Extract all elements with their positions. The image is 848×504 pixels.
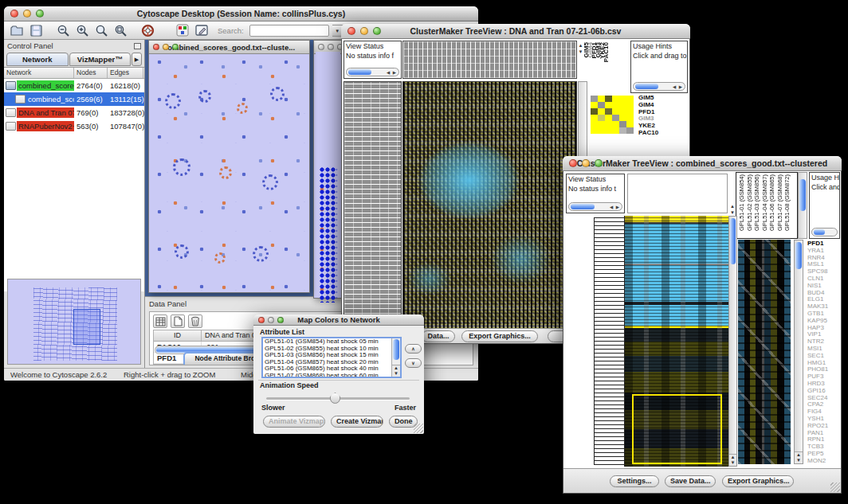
animate-vizmap-button[interactable]: Animate Vizmap bbox=[263, 416, 325, 428]
vscrollbar-thumb[interactable] bbox=[730, 218, 736, 264]
scrollbar-arrows[interactable]: ▲▼ bbox=[392, 365, 400, 377]
close-button[interactable] bbox=[347, 27, 355, 35]
scrollbar-thumb[interactable] bbox=[635, 84, 658, 89]
close-button[interactable] bbox=[153, 44, 159, 50]
treeview2-titlebar[interactable]: ClusterMaker TreeView : combined_scores_… bbox=[563, 156, 842, 171]
column-dendrogram[interactable] bbox=[402, 41, 577, 79]
open-folder-icon[interactable] bbox=[9, 23, 25, 38]
gene-name[interactable]: PAC10 bbox=[638, 130, 658, 137]
column-label[interactable]: PAC10 bbox=[604, 42, 608, 62]
minimize-button[interactable] bbox=[23, 10, 31, 18]
search-input[interactable] bbox=[249, 25, 329, 37]
network-list-row[interactable]: combined_sco 2569(6) 13112(15) bbox=[4, 92, 144, 106]
settings-button[interactable]: Settings... bbox=[610, 475, 659, 487]
close-button[interactable] bbox=[10, 10, 18, 18]
column-label[interactable]: GPL51-02 (GSM855) bbox=[746, 174, 754, 231]
close-button[interactable] bbox=[258, 317, 265, 323]
heatmap-selection-box[interactable] bbox=[632, 394, 722, 464]
col-header-id[interactable]: ID bbox=[154, 330, 202, 341]
label-pane-arrows[interactable]: ▲▼ bbox=[729, 203, 736, 216]
zoom-out-icon[interactable] bbox=[55, 23, 71, 38]
zoom-window-button[interactable] bbox=[595, 159, 603, 167]
minimize-button[interactable] bbox=[360, 27, 368, 35]
view-status-scrollbar[interactable]: ◀ ▶ bbox=[568, 202, 622, 211]
usage-hints-scrollbar[interactable] bbox=[811, 228, 838, 236]
resize-grip[interactable] bbox=[414, 424, 423, 433]
move-down-button[interactable]: ∨ bbox=[405, 358, 422, 368]
resize-grip[interactable] bbox=[830, 483, 840, 492]
attribute-list-item[interactable]: GPL51-07 (GSM868) heat shock 60 min bbox=[263, 373, 400, 378]
column-label[interactable]: GPL51-04 (GSM857) bbox=[761, 174, 769, 231]
view-status-scrollbar[interactable]: ◀ ▶ bbox=[346, 68, 399, 76]
minimize-button[interactable] bbox=[163, 44, 169, 50]
col-header-edges[interactable]: Edges bbox=[108, 68, 143, 78]
attribute-list[interactable]: GPL51-01 (GSM854) heat shock 05 minGPL51… bbox=[261, 337, 402, 378]
heatmap-vscrollbar[interactable]: ▲▼ bbox=[728, 216, 737, 467]
minimize-button[interactable] bbox=[268, 317, 274, 323]
col-header-nodes[interactable]: Nodes bbox=[74, 68, 108, 78]
zoom-window-button[interactable] bbox=[36, 10, 44, 18]
network-view-window-background[interactable] bbox=[313, 40, 343, 299]
scrollbar-arrows[interactable]: ◀ ▶ bbox=[387, 70, 398, 75]
overview-viewport-rect[interactable] bbox=[73, 309, 100, 345]
minimize-button[interactable] bbox=[582, 159, 590, 167]
network-view-window[interactable]: combined_scores_good.txt--cluste... bbox=[148, 40, 310, 293]
float-panel-icon[interactable] bbox=[134, 43, 141, 49]
help-lifebuoy-icon[interactable] bbox=[139, 23, 155, 38]
annotation-icon[interactable] bbox=[194, 23, 210, 38]
zoom-selected-icon[interactable] bbox=[93, 23, 109, 38]
export-graphics-button[interactable]: Export Graphics... bbox=[722, 475, 794, 487]
attribute-list-scrollbar[interactable]: ▲▼ bbox=[391, 338, 400, 377]
network-list-row[interactable]: combined_scores 2764(0) 16218(0) bbox=[4, 79, 144, 92]
close-button[interactable] bbox=[318, 44, 324, 50]
export-graphics-button[interactable]: Export Graphics... bbox=[461, 330, 538, 342]
zoom-window-button[interactable] bbox=[373, 27, 381, 35]
main-titlebar[interactable]: Cytoscape Desktop (Session Name: collins… bbox=[4, 6, 478, 21]
delete-attribute-trash-icon[interactable] bbox=[188, 315, 202, 328]
heatmap-main[interactable] bbox=[625, 216, 728, 467]
tab-network[interactable]: Network bbox=[6, 53, 69, 66]
column-label[interactable]: GPL51-03 (GSM856) bbox=[753, 174, 761, 231]
create-vizmap-button[interactable]: Create Vizmap bbox=[331, 416, 383, 428]
move-up-button[interactable]: ∧ bbox=[405, 344, 422, 354]
slider-thumb[interactable] bbox=[330, 393, 340, 404]
attribute-select-icon[interactable] bbox=[153, 315, 167, 328]
zoom-in-icon[interactable] bbox=[74, 23, 90, 38]
col-header-network[interactable]: Network bbox=[4, 68, 74, 78]
column-label[interactable]: GPL51-07 (GSM868) bbox=[776, 174, 784, 231]
zoom-window-button[interactable] bbox=[172, 44, 179, 50]
scrollbar-thumb[interactable] bbox=[348, 69, 371, 75]
column-label[interactable]: GPL51-01 (GSM854) bbox=[738, 174, 746, 231]
save-data-button[interactable]: Data... bbox=[422, 330, 455, 342]
save-data-button[interactable]: Save Data... bbox=[665, 475, 716, 487]
network-list-row[interactable]: RNAPuberNov2+| 563(0) 107847(0) bbox=[4, 119, 144, 133]
network-list-row[interactable]: DNA and Tran 07 769(0) 183728(0) bbox=[4, 106, 144, 119]
gene-name[interactable]: MON2 bbox=[807, 458, 828, 465]
treeview1-titlebar[interactable]: ClusterMaker TreeView : DNA and Tran 07-… bbox=[341, 24, 690, 39]
network-overview-panel[interactable] bbox=[7, 279, 141, 365]
vscrollbar-arrows[interactable]: ▲▼ bbox=[795, 451, 803, 463]
vscrollbar-arrows[interactable]: ▲▼ bbox=[729, 454, 736, 466]
dialog-titlebar[interactable]: Map Colors to Network bbox=[253, 315, 424, 326]
usage-hints-scrollbar[interactable]: ◀ ▶ bbox=[633, 82, 685, 91]
column-label[interactable]: GPL51-06 (GSM865) bbox=[768, 174, 776, 231]
scrollbar-thumb[interactable] bbox=[571, 204, 595, 209]
scrollbar-arrows[interactable]: ◀ ▶ bbox=[610, 205, 622, 209]
network-canvas-dense[interactable] bbox=[316, 52, 340, 291]
tab-overflow-arrow[interactable]: ▶ bbox=[132, 53, 142, 66]
vscrollbar-thumb[interactable] bbox=[799, 179, 806, 211]
scrollbar-thumb[interactable] bbox=[814, 229, 825, 235]
vizmapper-icon[interactable] bbox=[175, 23, 190, 38]
zoom-fit-icon[interactable] bbox=[112, 23, 128, 38]
detail-vscrollbar[interactable]: ▲▼ bbox=[794, 240, 803, 464]
column-labels-scrollbar[interactable] bbox=[798, 172, 807, 239]
cluster-summary-matrix[interactable] bbox=[591, 96, 634, 134]
network-canvas[interactable] bbox=[151, 55, 308, 291]
vscrollbar-thumb[interactable] bbox=[795, 242, 802, 269]
row-dendrogram[interactable] bbox=[566, 216, 625, 467]
scrollbar-arrows[interactable]: ◀ ▶ bbox=[673, 84, 685, 89]
save-icon[interactable] bbox=[28, 23, 44, 38]
close-button[interactable] bbox=[569, 159, 577, 167]
heatmap-main[interactable] bbox=[402, 81, 577, 329]
minimize-button[interactable] bbox=[328, 44, 334, 50]
